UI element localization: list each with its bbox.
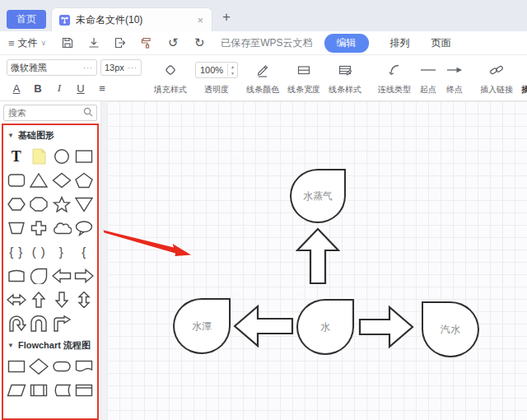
shape-arrow-down[interactable] — [50, 287, 73, 311]
shape-left-brace[interactable]: { — [73, 240, 96, 264]
insert-image-button[interactable]: 插入图片 — [517, 55, 527, 100]
shape-cloud[interactable] — [50, 216, 73, 240]
shape-document[interactable] — [73, 354, 96, 378]
basic-shapes-grid: T{ }( )}{ — [3, 144, 97, 335]
shape-process[interactable] — [5, 354, 28, 378]
flowchart-shapes-grid — [3, 354, 97, 402]
canvas-node-water-vapor[interactable]: 水蒸气 — [290, 169, 346, 223]
shape-arrow-right[interactable] — [73, 264, 96, 287]
line-color-icon — [255, 61, 270, 79]
font-size-select[interactable]: 13px ··· — [100, 59, 142, 76]
shape-rectangle[interactable] — [73, 144, 96, 168]
font-size-dropdown-icon: ··· — [128, 63, 138, 72]
redo-button[interactable]: ↻ — [189, 34, 210, 52]
underline-button[interactable]: U — [71, 80, 91, 96]
tab-bar: 首页 未命名文件(10) × + — [0, 0, 527, 31]
end-point-button[interactable]: 终点 — [441, 55, 468, 100]
arrange-menu[interactable]: 排列 — [390, 36, 410, 50]
section-basic-shapes[interactable]: ▼ 基础图形 — [3, 125, 97, 144]
shape-search-box[interactable] — [3, 105, 97, 121]
canvas-node-pond[interactable]: 水潭 — [173, 298, 231, 354]
section-flowchart-shapes[interactable]: ▼ Flowchart 流程图 — [3, 335, 97, 354]
download-button[interactable] — [83, 34, 105, 52]
insert-link-button[interactable]: 插入链接 — [476, 55, 517, 100]
shape-data[interactable] — [5, 378, 28, 402]
shape-arrow-up[interactable] — [28, 287, 51, 311]
canvas-arrow-right[interactable] — [358, 306, 414, 348]
shape-arrow-left[interactable] — [50, 264, 73, 287]
shape-u-turn-arrow[interactable] — [5, 311, 28, 335]
shape-star[interactable] — [50, 192, 73, 216]
font-family-select[interactable]: 微软雅黑 ··· — [7, 59, 97, 76]
connector-type-button[interactable]: 连线类型 — [374, 55, 415, 100]
shape-predefined-process[interactable] — [28, 378, 51, 402]
spinner-arrows-icon[interactable]: ▲▼ — [227, 63, 237, 77]
align-icon: ≡ — [99, 82, 105, 95]
shape-display[interactable] — [5, 264, 28, 287]
shape-decision[interactable] — [28, 354, 51, 378]
shape-teardrop[interactable] — [28, 264, 51, 287]
shape-octagon[interactable] — [28, 192, 51, 216]
shape-corner-arrow[interactable] — [50, 311, 73, 335]
section-title: Flowchart 流程图 — [18, 339, 91, 352]
opacity-spinner[interactable]: 100% ▲▼ — [195, 62, 238, 78]
shape-rounded-rectangle[interactable] — [5, 168, 28, 192]
sidebar-scrollbar[interactable] — [100, 101, 107, 420]
canvas-node-soda[interactable]: 汽水 — [422, 301, 479, 357]
start-point-button[interactable]: 起点 — [415, 55, 441, 100]
line-style-button[interactable]: 线条样式 — [324, 55, 366, 100]
edit-mode-button[interactable]: 编辑 — [324, 34, 369, 53]
close-tab-icon[interactable]: × — [195, 14, 205, 26]
shape-paren-pair[interactable]: ( ) — [28, 240, 51, 264]
italic-button[interactable]: I — [49, 80, 69, 96]
home-tab-button[interactable]: 首页 — [7, 10, 46, 29]
fill-style-button[interactable]: 填充样式 — [150, 55, 191, 100]
shape-terminator[interactable] — [50, 354, 73, 378]
file-menu[interactable]: ≡ 文件 ∨ — [0, 36, 54, 50]
page-menu[interactable]: 页面 — [431, 36, 451, 50]
shape-oval-callout[interactable] — [73, 216, 96, 240]
fill-style-icon — [163, 61, 178, 79]
wps-flowchart-app: 首页 未命名文件(10) × + ≡ 文件 ∨ ↺ ↻ 已保存至W — [0, 0, 527, 420]
hamburger-icon: ≡ — [8, 37, 15, 49]
shape-inverted-triangle[interactable] — [73, 192, 96, 216]
shape-text[interactable]: T — [5, 144, 28, 168]
file-menu-label: 文件 — [18, 36, 38, 50]
shape-arrow-up-down[interactable] — [73, 287, 96, 311]
export-button[interactable] — [110, 34, 131, 52]
shape-trapezoid[interactable] — [5, 216, 28, 240]
shape-internal-storage[interactable] — [73, 378, 96, 402]
undo-button[interactable]: ↺ — [162, 34, 184, 52]
search-input[interactable] — [4, 108, 78, 118]
shape-u-shape[interactable] — [28, 311, 51, 335]
shape-right-brace[interactable]: } — [50, 240, 73, 264]
end-point-icon — [445, 61, 464, 79]
canvas-arrow-up[interactable] — [296, 227, 340, 285]
canvas-node-water[interactable]: 水 — [296, 299, 354, 355]
format-painter-button[interactable] — [136, 34, 157, 52]
save-button[interactable] — [57, 34, 78, 52]
text-align-button[interactable]: ≡ — [92, 80, 112, 96]
shape-cross[interactable] — [28, 216, 51, 240]
document-tab[interactable]: 未命名文件(10) × — [51, 7, 212, 31]
line-width-button[interactable]: 线条宽度 — [283, 55, 324, 100]
line-color-button[interactable]: 线条颜色 — [242, 55, 283, 100]
diagram-canvas[interactable]: 水蒸气 水潭 水 汽水 — [107, 101, 527, 420]
collapse-triangle-icon: ▼ — [7, 132, 14, 139]
shape-hexagon[interactable] — [5, 192, 28, 216]
canvas-arrow-left[interactable] — [233, 305, 294, 348]
start-point-icon — [419, 61, 437, 79]
new-tab-button[interactable]: + — [222, 9, 231, 26]
bold-button[interactable]: B — [28, 80, 48, 96]
shape-diamond[interactable] — [50, 168, 73, 192]
shape-arrow-left-right[interactable] — [5, 287, 28, 311]
opacity-control[interactable]: 100% ▲▼ 透明度 — [191, 55, 242, 100]
shape-circle[interactable] — [50, 144, 73, 168]
font-color-button[interactable]: A — [7, 80, 26, 96]
shape-brace-pair[interactable]: { } — [5, 240, 28, 264]
shape-triangle[interactable] — [28, 168, 51, 192]
shape-sticky-note[interactable] — [28, 144, 51, 168]
shape-stored-data[interactable] — [50, 378, 73, 402]
flowchart-doc-icon — [58, 14, 71, 26]
shape-pentagon[interactable] — [73, 168, 96, 192]
